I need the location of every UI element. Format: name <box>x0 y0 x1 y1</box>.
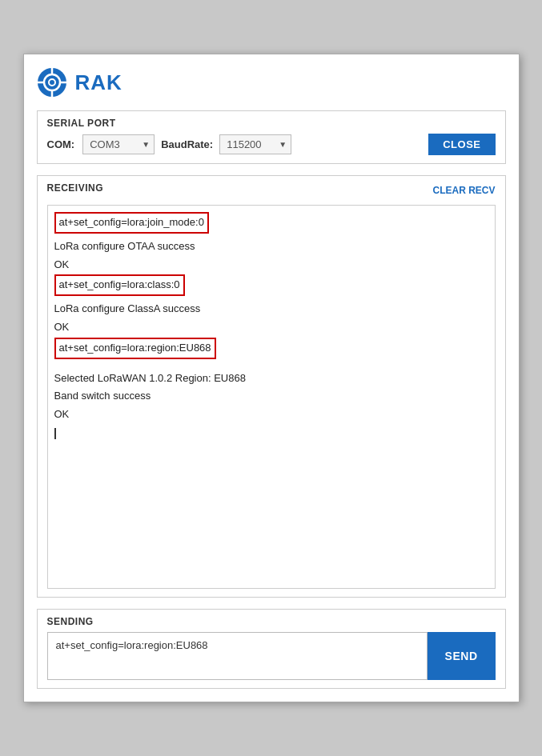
list-item: at+set_config=lora:region:EU868 <box>54 338 488 362</box>
list-item <box>54 425 488 442</box>
com-label: COM: <box>47 138 75 150</box>
com-select-wrapper[interactable]: COM3 COM1 COM2 COM4 ▼ <box>82 134 155 154</box>
receiving-section: RECEIVING CLEAR RECV at+set_config=lora:… <box>37 175 506 598</box>
baud-select-wrapper[interactable]: 115200 9600 19200 38400 57600 ▼ <box>219 134 291 154</box>
logo-text: RAK <box>75 70 122 95</box>
baud-select[interactable]: 115200 9600 19200 38400 57600 <box>219 134 291 154</box>
list-item: LoRa configure ClassA success <box>54 301 488 318</box>
command-text: at+set_config=lora:region:EU868 <box>54 338 216 359</box>
rak-logo-icon <box>37 67 67 98</box>
command-text: at+set_config=lora:join_mode:0 <box>54 212 209 234</box>
send-input[interactable]: at+set_config=lora:region:EU868 <box>47 632 428 680</box>
send-row: at+set_config=lora:region:EU868 SEND <box>47 632 496 680</box>
command-text: at+set_config=lora:class:0 <box>54 274 185 296</box>
app-window: RAK SERIAL PORT COM: COM3 COM1 COM2 COM4… <box>23 54 520 702</box>
receiving-header: RECEIVING CLEAR RECV <box>47 182 496 198</box>
list-item: Band switch success <box>54 388 488 405</box>
list-item: at+set_config=lora:class:0 <box>54 274 488 299</box>
com-select[interactable]: COM3 COM1 COM2 COM4 <box>82 134 155 154</box>
receiving-label: RECEIVING <box>47 182 104 194</box>
list-item: OK <box>54 406 488 423</box>
clear-recv-button[interactable]: CLEAR RECV <box>432 185 495 196</box>
sending-section: SENDING at+set_config=lora:region:EU868 … <box>37 609 506 689</box>
close-button[interactable]: CLOSE <box>428 134 495 155</box>
spacer <box>54 364 488 370</box>
serial-port-section: SERIAL PORT COM: COM3 COM1 COM2 COM4 ▼ B… <box>37 110 506 164</box>
list-item: at+set_config=lora:join_mode:0 <box>54 212 488 237</box>
list-item: LoRa configure OTAA success <box>54 238 488 255</box>
list-item: Selected LoRaWAN 1.0.2 Region: EU868 <box>54 370 488 387</box>
baud-label: BaudRate: <box>161 138 213 150</box>
receiving-box: at+set_config=lora:join_mode:0 LoRa conf… <box>47 205 496 589</box>
serial-port-row: COM: COM3 COM1 COM2 COM4 ▼ BaudRate: 115… <box>47 134 496 155</box>
header: RAK <box>37 67 506 98</box>
list-item: OK <box>54 319 488 336</box>
send-button[interactable]: SEND <box>428 632 496 680</box>
sending-label: SENDING <box>47 616 496 627</box>
list-item: OK <box>54 257 488 274</box>
serial-port-label: SERIAL PORT <box>47 118 496 129</box>
cursor-icon <box>54 428 56 439</box>
